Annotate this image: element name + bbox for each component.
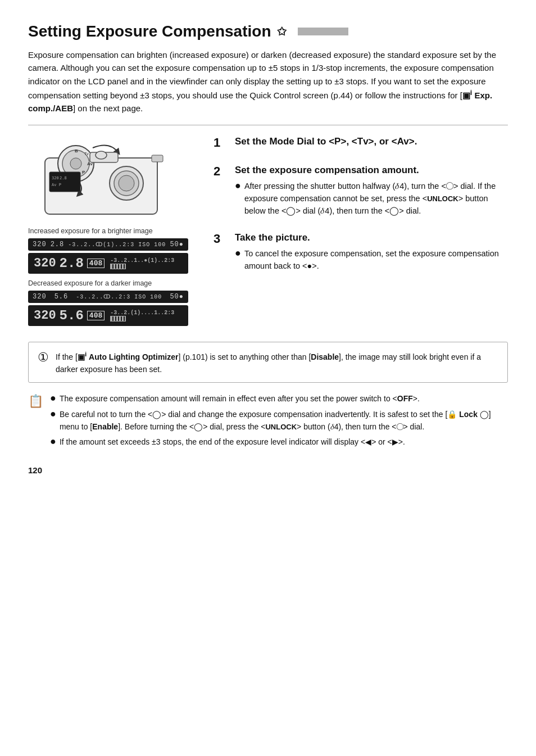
svg-point-11 — [119, 175, 134, 191]
page-number: 120 — [28, 465, 508, 475]
lcd-bt-mid: 2.8 — [51, 241, 65, 248]
step-1-content: Set the Mode Dial to <P>, <Tv>, or <Av>. — [235, 135, 508, 152]
lcd-bb-left: 320 — [34, 256, 56, 270]
lcd-db-val: 5.6 — [60, 308, 84, 323]
intro-paragraph: Exposure compensation can brighten (incr… — [28, 48, 508, 115]
lcd-dark-top: 320 5.6 -3..2..ↀ..2:3 ISO 100 50● — [28, 291, 188, 303]
tip-item-3: ● If the amount set exceeds ±3 stops, th… — [50, 436, 508, 449]
svg-text:B: B — [75, 148, 78, 153]
menu-icon-inline: ▣i — [462, 90, 472, 100]
tip-bullet-1: ● — [50, 393, 56, 404]
step-3-bullet-1: ● To cancel the exposure compensation, s… — [235, 248, 508, 273]
lcd-bb-val: 2.8 — [60, 256, 84, 271]
step-3: 3 Take the picture. ● To cancel the expo… — [214, 232, 508, 274]
step-3-number: 3 — [214, 232, 229, 246]
svg-rect-17 — [152, 155, 163, 162]
page-title: Setting Exposure Compensation✩ — [28, 22, 508, 40]
tip-item-2: ● Be careful not to turn the <◯> dial an… — [50, 409, 508, 433]
menu-label-inline: Exp. comp./AEB — [28, 90, 492, 113]
note-icon-inline: ▣i — [78, 352, 87, 361]
svg-point-3 — [70, 158, 81, 169]
step-1-number: 1 — [214, 135, 229, 150]
lcd-dt-left: 320 — [33, 293, 47, 301]
svg-text:P: P — [82, 170, 85, 175]
step-2-bullet-1: ● After pressing the shutter button half… — [235, 180, 508, 217]
lcd-bt-right: 50● — [170, 241, 184, 248]
svg-text:2.8: 2.8 — [60, 176, 67, 180]
camera-svg: B Tv Av P M — [28, 135, 185, 220]
bullet-dot-2: ● — [235, 248, 241, 259]
section-divider — [28, 125, 508, 125]
step-2-title: Set the exposure compensation amount. — [235, 164, 508, 177]
bullet-dot: ● — [235, 180, 241, 192]
lcd-dt-scale: -3..2..ↀ..2:3 ISO 100 — [76, 293, 162, 300]
increased-label: Increased exposure for a brighter image — [28, 227, 203, 235]
tip-box: 📋 ● The exposure compensation amount wil… — [28, 393, 508, 452]
svg-point-18 — [96, 151, 107, 159]
step-3-bullet-1-text: To cancel the exposure compensation, set… — [244, 248, 508, 273]
lcd-dt-mid: 5.6 — [54, 293, 69, 301]
step-2-bullets: ● After pressing the shutter button half… — [235, 180, 508, 217]
camera-dial-illustration: B Tv Av P M — [28, 135, 191, 223]
right-column: 1 Set the Mode Dial to <P>, <Tv>, or <Av… — [214, 135, 508, 332]
note-icon: ① — [38, 350, 49, 365]
lcd-db-iso: 408 — [87, 311, 105, 320]
step-2-number: 2 — [214, 164, 229, 179]
note-disable-label: Disable — [311, 352, 339, 361]
tip-text-1: The exposure compensation amount will re… — [60, 393, 420, 405]
step-3-bullets: ● To cancel the exposure compensation, s… — [235, 248, 508, 273]
lcd-bb-scale: -3..2..1..●(1)..2:3 — [110, 257, 174, 270]
svg-text:Av P: Av P — [52, 183, 61, 187]
step-3-title: Take the picture. — [235, 232, 508, 245]
lcd-db-scale: -3..2.(1)....1..2:3 — [110, 310, 174, 322]
tip-bullet-2: ● — [50, 409, 56, 420]
title-star: ✩ — [277, 25, 287, 38]
lcd-bt-scale: -3..2..ↀ(1)..2:3 ISO 100 — [68, 241, 166, 248]
title-bar-decoration — [298, 28, 348, 35]
tip-item-1: ● The exposure compensation amount will … — [50, 393, 508, 405]
tip-list: ● The exposure compensation amount will … — [50, 393, 508, 452]
step-2-content: Set the exposure compensation amount. ● … — [235, 164, 508, 219]
lcd-bright-big: 320 2.8 408 -3..2..1..●(1)..2:3 — [28, 253, 188, 274]
tip-text-3: If the amount set exceeds ±3 stops, the … — [60, 436, 405, 449]
svg-text:Tv: Tv — [84, 152, 89, 156]
tip-icon: 📋 — [28, 394, 43, 409]
note-menu-label: Auto Lighting Optimizer — [89, 352, 178, 361]
note-box: ① If the [▣i Auto Lighting Optimizer] (p… — [28, 342, 508, 383]
step-2-bullet-1-text: After pressing the shutter button halfwa… — [244, 180, 508, 217]
tip-bullet-3: ● — [50, 436, 56, 447]
svg-text:320: 320 — [52, 176, 59, 180]
decreased-label: Decreased exposure for a darker image — [28, 279, 203, 287]
lcd-db-left: 320 — [34, 309, 56, 323]
step-3-content: Take the picture. ● To cancel the exposu… — [235, 232, 508, 274]
main-content: B Tv Av P M — [28, 135, 508, 332]
left-column: B Tv Av P M — [28, 135, 214, 332]
step-1-title: Set the Mode Dial to <P>, <Tv>, or <Av>. — [235, 135, 508, 148]
lcd-bright-top: 320 2.8 -3..2..ↀ(1)..2:3 ISO 100 50● — [28, 238, 188, 251]
lcd-bb-iso: 408 — [87, 259, 105, 268]
lcd-dark-big: 320 5.6 408 -3..2.(1)....1..2:3 — [28, 305, 188, 326]
tip-text-2: Be careful not to turn the <◯> dial and … — [60, 409, 508, 433]
step-2: 2 Set the exposure compensation amount. … — [214, 164, 508, 219]
lcd-bt-left: 320 — [33, 241, 47, 248]
step-1: 1 Set the Mode Dial to <P>, <Tv>, or <Av… — [214, 135, 508, 152]
svg-rect-13 — [49, 172, 80, 192]
note-text: If the [▣i Auto Lighting Optimizer] (p.1… — [56, 349, 498, 375]
lcd-dt-right: 50● — [170, 293, 184, 301]
title-text: Setting Exposure Compensation — [28, 22, 271, 40]
